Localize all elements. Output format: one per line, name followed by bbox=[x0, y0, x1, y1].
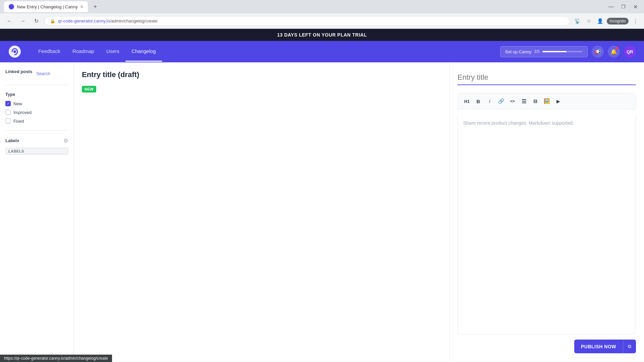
cast-icon[interactable]: 📡 bbox=[573, 16, 582, 26]
bookmark-icon[interactable]: ☆ bbox=[584, 16, 593, 26]
checkbox-fixed[interactable]: Fixed bbox=[5, 118, 68, 124]
content-middle: Entry title (draft) NEW bbox=[74, 62, 449, 361]
app-nav: Feedback Roadmap Users Changelog bbox=[32, 42, 500, 62]
nav-feedback[interactable]: Feedback bbox=[32, 42, 66, 62]
user-avatar[interactable]: QR bbox=[624, 46, 636, 58]
checkbox-improved-box[interactable] bbox=[5, 110, 11, 115]
checkbox-new-label: New bbox=[13, 101, 22, 106]
video-btn[interactable]: ▶ bbox=[553, 96, 563, 106]
type-filter-title: Type bbox=[5, 92, 68, 97]
publish-now-btn[interactable]: PUBLISH NOW bbox=[574, 340, 623, 353]
entry-title-draft: Entry title (draft) bbox=[82, 70, 441, 79]
incognito-badge[interactable]: Incognito bbox=[607, 18, 629, 24]
status-bar: https://qr-code-generator.canny.io/admin… bbox=[0, 355, 112, 362]
code-btn[interactable]: <> bbox=[507, 96, 518, 106]
editor-panel: H1 B i 🔗 <> ☰ ⊟ 🖼️ ▶ Share recent produc… bbox=[449, 62, 644, 361]
app-logo[interactable] bbox=[8, 45, 21, 58]
browser-titlebar: New Entry | Changelog | Canny × + — ❐ ✕ bbox=[0, 0, 644, 13]
checkbox-fixed-box[interactable] bbox=[5, 118, 11, 124]
extensions-icon[interactable]: ⋮ bbox=[631, 16, 640, 26]
nav-changelog[interactable]: Changelog bbox=[125, 42, 162, 62]
labels-gear-icon[interactable]: ⚙ bbox=[63, 137, 68, 144]
status-bar-url: https://qr-code-generator.canny.io/admin… bbox=[4, 356, 108, 361]
editor-body[interactable]: Share recent product changes. Markdown s… bbox=[458, 115, 636, 334]
address-path: /admin/changelog/create bbox=[110, 18, 157, 23]
entry-title-input[interactable] bbox=[458, 70, 636, 85]
address-domain: qr-code-generator.canny.io bbox=[58, 18, 110, 23]
tab-favicon bbox=[9, 4, 14, 9]
new-tab-btn[interactable]: + bbox=[91, 2, 100, 11]
nav-roadmap[interactable]: Roadmap bbox=[66, 42, 100, 62]
window-close-btn[interactable]: ✕ bbox=[631, 2, 640, 11]
checkbox-new-box[interactable] bbox=[5, 101, 11, 106]
italic-btn[interactable]: i bbox=[485, 96, 495, 106]
bold-btn[interactable]: B bbox=[473, 96, 483, 106]
labels-header: Labels ⚙ bbox=[5, 137, 68, 144]
address-bar[interactable]: 🔒 qr-code-generator.canny.io/admin/chang… bbox=[44, 16, 570, 26]
publish-dropdown-btn[interactable]: ⧉ bbox=[623, 340, 636, 353]
setup-canny-progress: 3/5 bbox=[534, 49, 540, 54]
labels-title: Labels bbox=[5, 138, 19, 143]
window-minimize-btn[interactable]: — bbox=[606, 2, 616, 11]
editor-placeholder: Share recent product changes. Markdown s… bbox=[463, 120, 574, 126]
nav-back-btn[interactable]: ← bbox=[4, 16, 15, 26]
notifications-bell-btn[interactable]: 🔔 bbox=[608, 46, 620, 58]
setup-canny-widget[interactable]: Set up Canny 3/5 bbox=[500, 46, 588, 57]
linked-posts-header: Linked posts Search bbox=[5, 69, 68, 78]
browser-navbar: ← → ↻ 🔒 qr-code-generator.canny.io/admin… bbox=[0, 13, 644, 29]
trial-banner-text: 13 DAYS LEFT ON YOUR PLAN TRIAL bbox=[277, 32, 367, 38]
notification-dot bbox=[616, 47, 619, 50]
new-badge: NEW bbox=[82, 86, 96, 93]
ordered-list-btn[interactable]: ⊟ bbox=[530, 96, 540, 106]
nav-users[interactable]: Users bbox=[100, 42, 125, 62]
browser-chrome: New Entry | Changelog | Canny × + — ❐ ✕ … bbox=[0, 0, 644, 29]
type-filter-section: Type New Improved Fixed bbox=[5, 92, 68, 124]
tab-close-btn[interactable]: × bbox=[80, 4, 83, 9]
browser-nav-actions: 📡 ☆ 👤 Incognito ⋮ bbox=[573, 16, 640, 26]
sidebar-search-link[interactable]: Search bbox=[36, 71, 50, 76]
nav-forward-btn[interactable]: → bbox=[17, 16, 28, 26]
sidebar: Linked posts Search Type New Improved Fi… bbox=[0, 62, 74, 361]
trial-banner: 13 DAYS LEFT ON YOUR PLAN TRIAL bbox=[0, 29, 644, 41]
heading-btn[interactable]: H1 bbox=[462, 96, 472, 106]
checkbox-new[interactable]: New bbox=[5, 101, 68, 106]
profile-icon[interactable]: 👤 bbox=[595, 16, 605, 26]
window-maximize-btn[interactable]: ❐ bbox=[619, 2, 628, 11]
editor-toolbar: H1 B i 🔗 <> ☰ ⊟ 🖼️ ▶ bbox=[458, 93, 636, 109]
image-btn[interactable]: 🖼️ bbox=[542, 96, 552, 106]
list-btn[interactable]: ☰ bbox=[519, 96, 529, 106]
broadcast-icon-btn[interactable]: 📢 bbox=[592, 46, 604, 58]
checkbox-improved[interactable]: Improved bbox=[5, 110, 68, 115]
labels-section: Labels ⚙ LABELS bbox=[5, 137, 68, 155]
sidebar-divider-1 bbox=[5, 85, 68, 85]
link-btn[interactable]: 🔗 bbox=[496, 96, 506, 106]
setup-progress-fill bbox=[542, 51, 567, 52]
main-layout: Linked posts Search Type New Improved Fi… bbox=[0, 62, 644, 361]
app-header-right: Set up Canny 3/5 📢 🔔 QR bbox=[500, 46, 636, 58]
publish-arrow-icon: ⧉ bbox=[628, 344, 631, 349]
address-url: qr-code-generator.canny.io/admin/changel… bbox=[58, 18, 564, 23]
checkbox-improved-label: Improved bbox=[13, 110, 32, 115]
setup-progress-bar bbox=[542, 51, 583, 52]
address-lock-icon: 🔒 bbox=[50, 18, 55, 23]
nav-refresh-btn[interactable]: ↻ bbox=[31, 16, 42, 26]
sidebar-divider-2 bbox=[5, 130, 68, 131]
tab-title: New Entry | Changelog | Canny bbox=[17, 4, 78, 9]
svg-point-1 bbox=[13, 50, 16, 53]
linked-posts-title: Linked posts bbox=[5, 69, 32, 74]
browser-tab[interactable]: New Entry | Changelog | Canny × bbox=[4, 1, 88, 12]
labels-badge[interactable]: LABELS bbox=[5, 148, 68, 155]
checkbox-fixed-label: Fixed bbox=[13, 119, 24, 124]
publish-bar: PUBLISH NOW ⧉ bbox=[458, 340, 636, 353]
setup-canny-label: Set up Canny bbox=[505, 49, 532, 54]
app-header: Feedback Roadmap Users Changelog Set up … bbox=[0, 41, 644, 62]
